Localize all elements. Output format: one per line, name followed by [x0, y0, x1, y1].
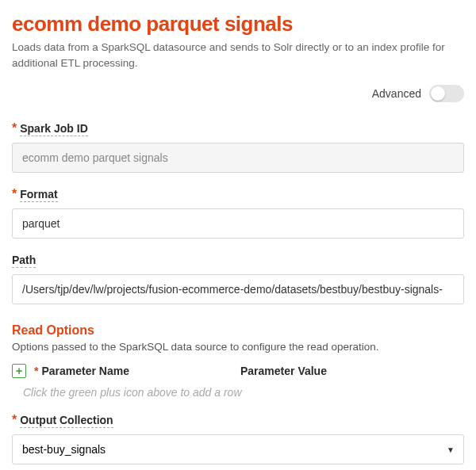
param-header-row: + *Parameter Name Parameter Value: [12, 364, 464, 378]
field-spark-job-id: *Spark Job ID: [12, 121, 464, 173]
required-marker: *: [12, 187, 17, 201]
required-marker: *: [12, 121, 17, 135]
read-options-description: Options passed to the SparkSQL data sour…: [12, 341, 464, 353]
param-value-header: Parameter Value: [240, 365, 464, 377]
page-title: ecomm demo parquet signals: [12, 12, 464, 36]
output-collection-label: Output Collection: [20, 414, 113, 428]
plus-icon: +: [16, 365, 22, 376]
page-subtitle: Loads data from a SparkSQL datasource an…: [12, 40, 464, 71]
output-collection-select[interactable]: best-buy_signals: [12, 434, 464, 464]
add-row-button[interactable]: +: [12, 364, 26, 378]
empty-row-hint: Click the green plus icon above to add a…: [23, 386, 464, 399]
param-name-header: *Parameter Name: [34, 365, 232, 377]
field-format: *Format: [12, 187, 464, 239]
spark-job-id-input[interactable]: [12, 143, 464, 173]
advanced-toggle-row: Advanced: [12, 85, 464, 102]
path-label: Path: [12, 254, 36, 268]
required-marker: *: [12, 413, 17, 426]
toggle-knob: [431, 86, 445, 101]
field-path: Path: [12, 253, 464, 304]
format-input[interactable]: [12, 208, 464, 239]
advanced-label: Advanced: [372, 87, 421, 100]
required-marker: *: [34, 365, 38, 377]
spark-job-id-label: Spark Job ID: [20, 122, 88, 136]
read-options-heading: Read Options: [12, 323, 464, 338]
format-label: Format: [20, 188, 57, 202]
advanced-toggle[interactable]: [429, 85, 464, 102]
field-output-collection: *Output Collection best-buy_signals ▼: [12, 413, 464, 464]
path-input[interactable]: [12, 274, 464, 304]
